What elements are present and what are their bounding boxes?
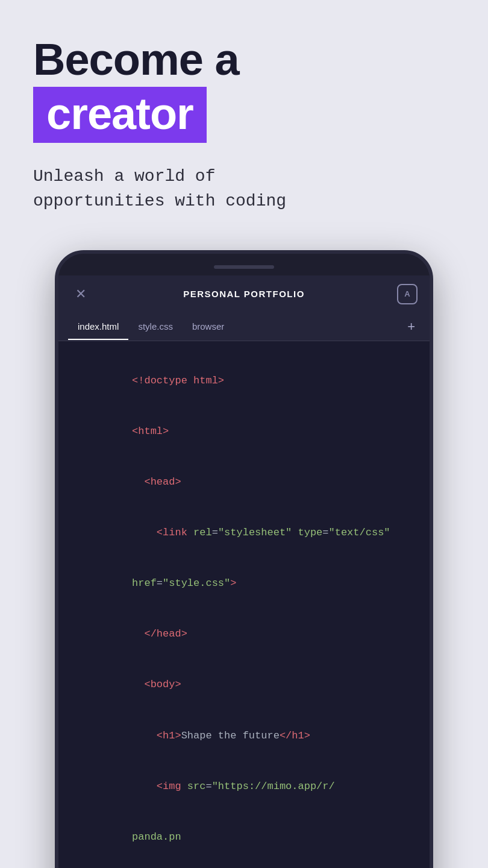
code-line-4: <link rel="stylesheet" type="text/css" xyxy=(70,508,418,558)
code-line-8: <h1>Shape the future</h1> xyxy=(70,711,418,761)
phone-mockup: ✕ PERSONAL PORTFOLIO A index.html style.… xyxy=(55,250,433,868)
code-line-1: <!doctype html> xyxy=(70,356,418,406)
phone-top-bar xyxy=(58,254,430,275)
code-line-7: <body> xyxy=(70,659,418,710)
hero-section: Become a creator Unleash a world ofoppor… xyxy=(0,0,488,232)
hero-title-line2: creator xyxy=(46,89,193,139)
hero-subtitle: Unleash a world ofopportunities with cod… xyxy=(33,165,443,213)
app-header: ✕ PERSONAL PORTFOLIO A xyxy=(58,275,430,313)
phone-notch xyxy=(214,265,274,269)
page-container: Become a creator Unleash a world ofoppor… xyxy=(0,0,488,868)
code-line-10: panda.pn xyxy=(70,812,418,863)
phone-wrapper: ✕ PERSONAL PORTFOLIO A index.html style.… xyxy=(0,232,488,868)
code-line-3: <head> xyxy=(70,457,418,508)
tab-browser[interactable]: browser xyxy=(183,313,234,340)
tab-add-button[interactable]: + xyxy=(402,313,420,341)
code-editor[interactable]: <!doctype html> <html> <head> <link rel=… xyxy=(58,341,430,868)
code-line-9: <img src="https://mimo.app/r/ xyxy=(70,761,418,812)
code-line-5: href="style.css"> xyxy=(70,558,418,609)
close-button[interactable]: ✕ xyxy=(70,284,91,304)
hero-title-highlight: creator xyxy=(33,87,207,143)
tab-index-html[interactable]: index.html xyxy=(68,313,128,340)
app-tabs: index.html style.css browser + xyxy=(58,313,430,341)
hero-title-line1: Become a xyxy=(33,36,455,83)
code-line-2: <html> xyxy=(70,406,418,457)
app-title: PERSONAL PORTFOLIO xyxy=(183,289,305,299)
translate-button[interactable]: A xyxy=(397,284,418,304)
code-line-11: <p><em xyxy=(70,863,418,868)
tab-style-css[interactable]: style.css xyxy=(128,313,183,340)
code-line-6: </head> xyxy=(70,609,418,659)
